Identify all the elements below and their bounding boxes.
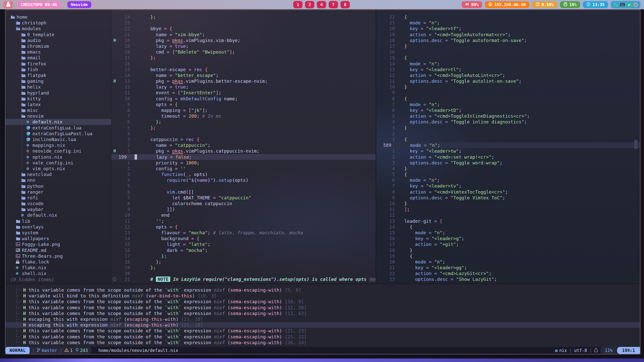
editor-main-line[interactable]: 14name = "better_escape"; <box>111 72 376 78</box>
editor-right-line[interactable]: 21mode = "n"; <box>376 20 640 26</box>
tree-item[interactable]: audio <box>6 37 111 43</box>
editor-main-line[interactable]: H13pkg = pkgs.vimPlugins.better-escape-n… <box>111 78 376 84</box>
editor-right-line[interactable]: 3options.desc = "Toggle word-wrap"; <box>376 160 640 166</box>
tree-item[interactable]: home <box>6 14 111 20</box>
editor-main-line[interactable]: 15light = "latte"; <box>111 241 376 247</box>
tree-item[interactable]: python <box>6 183 111 189</box>
tree-item[interactable]: flatpak <box>6 72 111 78</box>
editor-main[interactable]: 24};2322bbye = {21name = "vim-bbye";H20p… <box>111 10 376 284</box>
editor-main-line[interactable]: 17}; <box>111 55 376 61</box>
editor-main-line[interactable]: 20 <box>111 270 376 276</box>
tree-item[interactable]: helix <box>6 84 111 90</box>
editor-right-line[interactable]: 22action = "<cmd>LazyGit<cr>"; <box>376 270 640 276</box>
editor-right-line[interactable]: 15{ <box>376 55 640 61</box>
editor-right-line[interactable]: 20mode = "n"; <box>376 259 640 265</box>
diagnostics-panel[interactable]: H this variable comes from the scope out… <box>6 284 640 347</box>
diagnostic-row[interactable]: H this variable comes from the scope out… <box>6 328 640 334</box>
tree-item[interactable]: ❆flake.nix <box>6 265 111 270</box>
tree-item[interactable]: ⚙neovide_config.ini <box>6 148 111 154</box>
tree-item[interactable]: neovim <box>6 113 111 119</box>
scrollbar-thumb[interactable] <box>634 140 638 149</box>
editor-main-line[interactable]: 11event = ["InsertEnter"]; <box>111 90 376 96</box>
editor-main-line[interactable]: H20pkg = pkgs.vimPlugins.vim-bbye; <box>111 37 376 43</box>
spotify-icon[interactable] <box>633 3 638 7</box>
git-branch[interactable]: master <box>37 348 57 353</box>
editor-right-line[interactable]: 23options.desc = "Show LazyGit"; <box>376 276 640 282</box>
tree-item[interactable]: vscode <box>6 201 111 206</box>
editor-right-line[interactable]: 1key = "<leader>tw"; <box>376 148 640 154</box>
editor-right-line[interactable]: 16 <box>376 49 640 55</box>
editor-right-line[interactable]: 17} <box>376 43 640 49</box>
editor-main-line[interactable]: 7timeout = 200; # In ms <box>111 113 376 119</box>
editor-right-line[interactable]: 7key = "<leader>tv"; <box>376 183 640 189</box>
tree-item[interactable]: Foggy-Lake.png <box>6 241 111 247</box>
editor-main-line[interactable]: 5 <box>111 183 376 189</box>
tree-item[interactable]: ❆mappings.nix <box>6 142 111 148</box>
editor-right-line[interactable]: 18} <box>376 247 640 253</box>
tree-item[interactable]: 0_template <box>6 32 111 37</box>
diagnostic-row[interactable]: H this variable comes from the scope out… <box>6 305 640 310</box>
clock-widget[interactable]: 13:35 <box>583 1 608 8</box>
editor-main-line[interactable]: 2name = "catppuccin"; <box>111 142 376 148</box>
editor-right-line[interactable]: 13leader-git = [ <box>376 218 640 224</box>
editor-main-line[interactable]: 18cmd = ["Bdelete" "Bwipeout"]; <box>111 49 376 55</box>
editor-right-line[interactable]: 2action = "<cmd>:set wrap!<cr>"; <box>376 154 640 160</box>
network-widget[interactable]: 192.168.86.50 <box>485 1 529 8</box>
launcher-button[interactable] <box>4 1 13 8</box>
editor-main-line[interactable]: 11''; <box>111 218 376 224</box>
editor-right-line[interactable]: 22{ <box>376 14 640 20</box>
editor-right-line[interactable]: 21key = "<leader>gg"; <box>376 265 640 270</box>
active-app-pill[interactable]: Neovide <box>67 1 91 8</box>
tree-item[interactable]: fish <box>6 67 111 72</box>
editor-right-line[interactable]: 20key = "<leader>tf"; <box>376 26 640 31</box>
editor-right-line[interactable]: 11]; <box>376 206 640 212</box>
diagnostic-row[interactable]: H variable will bind to this definition … <box>6 293 640 299</box>
editor-right-line[interactable]: 14{ <box>376 224 640 230</box>
editor-main-line[interactable]: 23 <box>111 20 376 26</box>
editor-main-line[interactable]: 19lazy = true; <box>111 43 376 49</box>
editor-main-line[interactable]: 10end <box>111 212 376 218</box>
workspace-button-8[interactable]: 8 <box>340 1 350 8</box>
tree-item[interactable]: kitty <box>6 96 111 102</box>
editor-main-line[interactable]: 3function(_, opts) <box>111 171 376 177</box>
key-icon[interactable] <box>613 3 618 7</box>
editor-main-line[interactable]: 15better-escape = rec { <box>111 67 376 72</box>
editor-main-line[interactable]: 21name = "vim-bbye"; <box>111 32 376 37</box>
tree-item[interactable]: ❆shell.nix <box>6 270 111 276</box>
editor-main-line[interactable]: 17}; <box>111 253 376 259</box>
tree-item[interactable]: system <box>6 230 111 236</box>
editor-right-line[interactable]: 19{ <box>376 253 640 259</box>
editor-main-line[interactable]: 12opts = { <box>111 224 376 230</box>
check-circle-icon[interactable] <box>627 3 631 7</box>
diagnostic-hint-count[interactable]: 243 <box>75 348 88 353</box>
editor-right-line[interactable]: 15mode = "n"; <box>376 230 640 236</box>
editor-right-line[interactable]: 589mode = "n"; <box>376 142 640 148</box>
editor-main-line[interactable]: 10config = mkDefaultConfig name; <box>111 96 376 102</box>
editor-main-line[interactable]: 8mapping = ["jk"]; <box>111 107 376 113</box>
editor-main-line[interactable]: 199lazy = false; <box>111 154 376 160</box>
editor-right-line[interactable]: 10} <box>376 84 640 90</box>
editor-main-line[interactable]: 4require("${name}").setup(opts) <box>111 177 376 183</box>
tree-item[interactable]: nnn <box>6 177 111 183</box>
editor-right-line[interactable]: 2 <box>376 131 640 137</box>
editor-main-line[interactable]: 3catppuccin = rec { <box>111 137 376 142</box>
tree-item[interactable]: ⚙vale_config.ini <box>6 160 111 166</box>
tree-item[interactable]: Three-Bears.png <box>6 253 111 259</box>
editor-right-line[interactable]: 7mode = "n"; <box>376 102 640 107</box>
editor-main-line[interactable]: 8colorscheme catppuccin <box>111 201 376 206</box>
tree-item[interactable]: ❆default.nix <box>6 212 111 218</box>
editor-main-line[interactable]: 13flavour = "mocha"; # latte, frappe, ma… <box>111 230 376 236</box>
diagnostic-row[interactable]: H this variable comes from the scope out… <box>6 340 640 345</box>
editor-right-line[interactable]: 13key = "<leader>tl"; <box>376 67 640 72</box>
tree-item[interactable]: inclineNavic.lua <box>6 137 111 142</box>
editor-right-line[interactable]: 4} <box>376 166 640 171</box>
editor-right-line[interactable]: 5{ <box>376 171 640 177</box>
tree-item[interactable]: ❆vim_opts.nix <box>6 166 111 171</box>
editor-right-line[interactable]: 9 <box>376 90 640 96</box>
tree-item[interactable]: rofi <box>6 195 111 201</box>
editor-main-line[interactable]: 22bbye = { <box>111 26 376 31</box>
tree-item[interactable]: extraConfigLua.lua <box>6 125 111 131</box>
tree-item[interactable]: firefox <box>6 61 111 67</box>
editor-right[interactable]: 22{21mode = "n";20key = "<leader>tf";19a… <box>376 10 640 284</box>
editor-right-line[interactable]: 6key = "<leader>tD"; <box>376 107 640 113</box>
